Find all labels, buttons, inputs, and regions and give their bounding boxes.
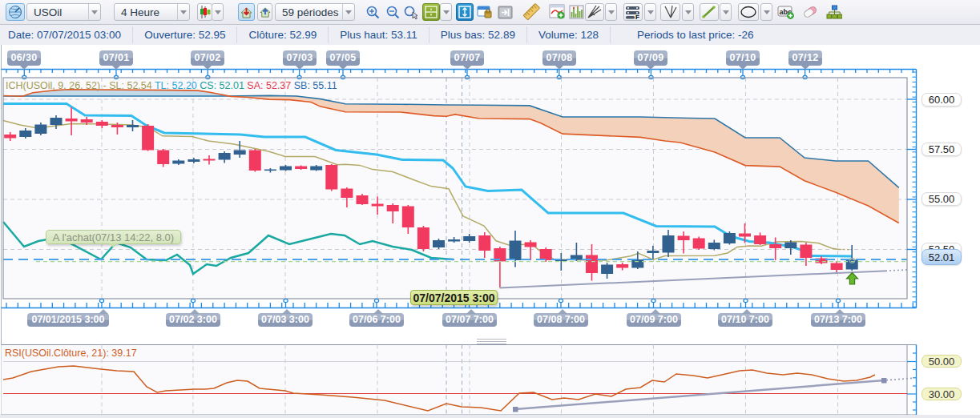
svg-text:F: F — [635, 14, 639, 19]
